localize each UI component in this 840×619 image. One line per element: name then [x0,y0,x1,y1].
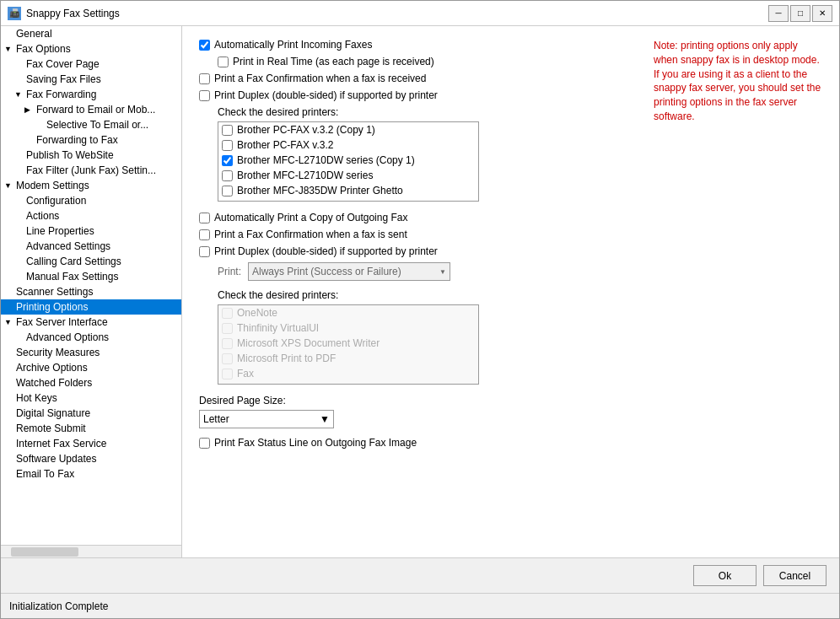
sidebar-item-hot-keys[interactable]: Hot Keys [1,390,181,406]
sidebar-item-security-measures[interactable]: Security Measures [1,345,181,360]
sidebar-item-archive-options[interactable]: Archive Options [1,360,181,375]
printer-checkbox-1[interactable] [222,125,233,136]
print-status-line-label[interactable]: Print Fax Status Line on Outgoing Fax Im… [214,437,417,449]
sidebar-label-publish-to-website: Publish To WebSite [26,149,114,161]
sidebar-item-publish-to-website[interactable]: Publish To WebSite [1,148,181,163]
scroll-thumb [11,547,78,557]
sidebar-label-advanced-settings: Advanced Settings [26,240,110,252]
check-printers-label-2: Check the desired printers: [218,289,822,301]
out-printer-checkbox-1 [222,308,233,319]
sidebar-item-configuration[interactable]: Configuration [1,193,181,208]
sidebar-label-printing-options: Printing Options [16,301,88,313]
sidebar-item-remote-submit[interactable]: Remote Submit [1,421,181,436]
title-bar-controls: ─ □ ✕ [768,5,832,22]
page-size-value: Letter [203,413,229,425]
sidebar-label-manual-fax-settings: Manual Fax Settings [26,271,118,283]
sidebar-horizontal-scrollbar[interactable] [1,545,181,557]
sidebar-label-forwarding-to-fax: Forwarding to Fax [36,134,118,146]
main-window: 📠 Snappy Fax Settings ─ □ ✕ General▼Fax … [0,0,840,619]
auto-print-copy-label[interactable]: Automatically Print a Copy of Outgoing F… [214,212,407,223]
sidebar-item-advanced-options[interactable]: Advanced Options [1,330,181,345]
sidebar-item-advanced-settings[interactable]: Advanced Settings [1,239,181,254]
sidebar-item-internet-fax-service[interactable]: Internet Fax Service [1,436,181,451]
sidebar-item-manual-fax-settings[interactable]: Manual Fax Settings [1,269,181,284]
fax-confirm-checkbox[interactable] [199,73,210,84]
print-duplex2-checkbox[interactable] [199,246,210,257]
page-size-dropdown[interactable]: Letter ▼ [199,410,334,428]
sidebar-item-digital-signature[interactable]: Digital Signature [1,406,181,421]
sidebar-item-selective-to-email[interactable]: Selective To Email or... [1,117,181,132]
auto-print-copy-checkbox[interactable] [199,213,210,223]
sidebar-label-internet-fax-service: Internet Fax Service [16,438,106,449]
sidebar-label-modem-settings: Modem Settings [16,180,89,191]
print-realtime-checkbox[interactable] [218,57,229,67]
fax-confirm-sent-label[interactable]: Print a Fax Confirmation when a fax is s… [214,229,407,240]
sidebar-label-configuration: Configuration [26,195,86,207]
out-printer-label-2: Thinfinity VirtualUI [237,322,319,334]
printer-label-3: Brother MFC-L2710DW series (Copy 1) [237,154,415,166]
printer-item-disabled: Fax [218,366,478,381]
sidebar-item-calling-card-settings[interactable]: Calling Card Settings [1,254,181,269]
fax-confirm-label[interactable]: Print a Fax Confirmation when a fax is r… [214,73,426,84]
printer-item: Brother MFC-L2710DW series [218,168,478,183]
sidebar-item-forwarding-to-fax[interactable]: Forwarding to Fax [1,132,181,148]
print-status-line-row: Print Fax Status Line on Outgoing Fax Im… [199,437,822,449]
print-dropdown[interactable]: Always Print (Success or Failure) ▼ [248,262,450,281]
sidebar-item-printing-options[interactable]: Printing Options [1,299,181,315]
sidebar-item-watched-folders[interactable]: Watched Folders [1,375,181,390]
fax-confirm-sent-row: Print a Fax Confirmation when a fax is s… [199,229,822,240]
close-button[interactable]: ✕ [812,5,832,22]
sidebar-item-forward-to-email[interactable]: ▶Forward to Email or Mob... [1,102,181,117]
minimize-button[interactable]: ─ [768,5,789,22]
sidebar-item-actions[interactable]: Actions [1,208,181,223]
sidebar-label-watched-folders: Watched Folders [16,377,92,389]
fax-confirm-sent-checkbox[interactable] [199,229,210,240]
print-dropdown-arrow-icon: ▼ [439,268,446,276]
printer-label-5: Brother MFC-J835DW Printer Ghetto [237,185,403,196]
maximize-button[interactable]: □ [790,5,810,22]
print-duplex-checkbox[interactable] [199,90,210,101]
sidebar-item-software-updates[interactable]: Software Updates [1,451,181,466]
sidebar-item-modem-settings[interactable]: ▼Modem Settings [1,178,181,193]
printer-checkbox-4[interactable] [222,170,233,181]
page-size-label: Desired Page Size: [199,395,822,406]
sidebar-item-email-to-fax[interactable]: Email To Fax [1,466,181,482]
incoming-printers-list[interactable]: Brother PC-FAX v.3.2 (Copy 1) Brother PC… [218,121,479,202]
print-status-line-checkbox[interactable] [199,438,210,449]
sidebar-item-scanner-settings[interactable]: Scanner Settings [1,284,181,299]
auto-print-checkbox[interactable] [199,40,210,51]
sidebar-container: General▼Fax Options Fax Cover Page Savin… [1,26,182,557]
sidebar-item-fax-options[interactable]: ▼Fax Options [1,41,181,57]
out-printer-label-4: Microsoft Print to PDF [237,353,336,364]
out-printer-checkbox-5 [222,369,233,379]
sidebar-label-saving-fax-files: Saving Fax Files [26,73,101,85]
sidebar-item-line-properties[interactable]: Line Properties [1,223,181,239]
sidebar-label-fax-forwarding: Fax Forwarding [26,89,96,100]
print-realtime-label[interactable]: Print in Real Time (as each page is rece… [233,56,434,67]
sidebar-item-fax-server-interface[interactable]: ▼Fax Server Interface [1,315,181,330]
sidebar-item-fax-cover-page[interactable]: Fax Cover Page [1,57,181,72]
printer-checkbox-3[interactable] [222,155,233,166]
cancel-button[interactable]: Cancel [763,565,827,586]
sidebar-label-forward-to-email: Forward to Email or Mob... [36,104,155,116]
sidebar-item-fax-forwarding[interactable]: ▼Fax Forwarding [1,87,181,102]
ok-button[interactable]: Ok [693,565,757,586]
auto-print-label[interactable]: Automatically Print Incoming Faxes [214,39,372,51]
printer-checkbox-2[interactable] [222,140,233,151]
sidebar-item-general[interactable]: General [1,26,181,41]
outgoing-printers-list: OneNote Thinfinity VirtualUI Microsoft X… [218,304,479,385]
status-bar: Initialization Complete [1,593,839,618]
sidebar-item-saving-fax-files[interactable]: Saving Fax Files [1,72,181,87]
sidebar-item-fax-filter[interactable]: Fax Filter (Junk Fax) Settin... [1,163,181,178]
window-title: Snappy Fax Settings [26,8,120,19]
main-content: General▼Fax Options Fax Cover Page Savin… [1,26,839,557]
toggle-icon-modem-settings: ▼ [4,181,14,190]
printer-item-disabled: Microsoft Print to PDF [218,351,478,366]
sidebar-label-fax-options: Fax Options [16,43,71,55]
print-dropdown-label: Print: [218,266,241,277]
printer-checkbox-5[interactable] [222,186,233,196]
sidebar-label-hot-keys: Hot Keys [16,392,57,404]
print-duplex2-label[interactable]: Print Duplex (double-sided) if supported… [214,245,438,257]
print-duplex-label[interactable]: Print Duplex (double-sided) if supported… [214,89,438,101]
out-printer-checkbox-2 [222,323,233,334]
